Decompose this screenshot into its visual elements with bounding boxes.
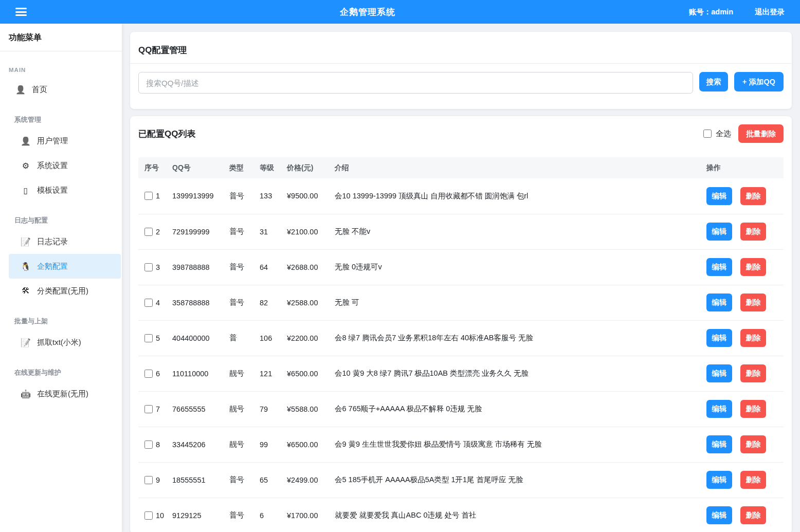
edit-button[interactable]: 编辑 — [706, 223, 732, 241]
delete-button[interactable]: 删除 — [740, 329, 766, 347]
row-checkbox[interactable] — [144, 192, 153, 200]
table-row: 5404400000普106¥2200.00会8 绿7 腾讯会员7 业务累积18… — [138, 320, 784, 356]
type-cell: 普号 — [229, 249, 260, 285]
level-cell: 133 — [260, 178, 287, 214]
qq-list-card: 已配置QQ列表 全选 批量删除 序号 QQ号 类型 等级 价格(元) — [130, 116, 792, 532]
price-cell: ¥2588.00 — [287, 285, 335, 320]
type-cell: 普号 — [229, 214, 260, 249]
price-cell: ¥6500.00 — [287, 356, 335, 391]
add-qq-button[interactable]: + 添加QQ — [734, 72, 784, 91]
price-cell: ¥1700.00 — [287, 498, 335, 532]
level-cell: 64 — [260, 249, 287, 285]
page-title: QQ配置管理 — [138, 44, 784, 56]
sidebar-item-user-0-0[interactable]: 👤首页 — [9, 77, 121, 102]
sidebar-item-label: 模板设置 — [37, 186, 68, 195]
list-title: 已配置QQ列表 — [138, 128, 195, 140]
row-index: 2 — [156, 228, 160, 236]
table-row: 2729199999普号31¥2100.00无脸 不能v编辑删除 — [138, 214, 784, 249]
edit-button[interactable]: 编辑 — [706, 364, 732, 382]
price-cell: ¥9500.00 — [287, 178, 335, 214]
row-checkbox[interactable] — [144, 263, 153, 271]
memo-icon: 📝 — [21, 338, 31, 347]
sidebar-item-label: 企鹅配置 — [37, 262, 68, 271]
delete-button[interactable]: 删除 — [740, 364, 766, 382]
type-cell: 靓号 — [229, 356, 260, 391]
row-checkbox[interactable] — [144, 299, 153, 307]
row-index: 5 — [156, 334, 160, 342]
type-cell: 普号 — [229, 285, 260, 320]
sidebar-item-memo-2-0[interactable]: 📝日志记录 — [9, 229, 121, 254]
divider — [130, 63, 792, 64]
sidebar-item-label: 用户管理 — [37, 136, 68, 146]
edit-button[interactable]: 编辑 — [706, 506, 732, 524]
row-checkbox[interactable] — [144, 511, 153, 520]
delete-button[interactable]: 删除 — [740, 435, 766, 453]
sidebar-item-robot-4-0[interactable]: 🤖在线更新(无用) — [9, 381, 121, 406]
level-cell: 79 — [260, 391, 287, 427]
edit-button[interactable]: 编辑 — [706, 329, 732, 347]
edit-button[interactable]: 编辑 — [706, 187, 732, 205]
type-cell: 靓号 — [229, 391, 260, 427]
sidebar-item-penguin-2-1[interactable]: 🐧企鹅配置 — [9, 254, 121, 279]
select-all-checkbox[interactable] — [703, 130, 712, 138]
row-checkbox[interactable] — [144, 476, 153, 484]
row-checkbox[interactable] — [144, 441, 153, 449]
batch-delete-button[interactable]: 批量删除 — [738, 124, 784, 143]
qq-cell: 76655555 — [172, 391, 229, 427]
delete-button[interactable]: 删除 — [740, 471, 766, 489]
level-cell: 121 — [260, 356, 287, 391]
row-checkbox[interactable] — [144, 370, 153, 378]
row-index: 9 — [156, 476, 160, 484]
qq-cell: 398788888 — [172, 249, 229, 285]
edit-button[interactable]: 编辑 — [706, 258, 732, 276]
delete-button[interactable]: 删除 — [740, 258, 766, 276]
sidebar: 功能菜单 MAIN👤首页系统管理👤用户管理⚙系统设置▯模板设置日志与配置📝日志记… — [0, 24, 122, 532]
delete-button[interactable]: 删除 — [740, 293, 766, 311]
delete-button[interactable]: 删除 — [740, 187, 766, 205]
sidebar-section-label: MAIN — [9, 67, 122, 73]
menu-toggle-icon[interactable] — [15, 8, 27, 16]
sidebar-item-user-1-0[interactable]: 👤用户管理 — [9, 129, 121, 153]
edit-button[interactable]: 编辑 — [706, 435, 732, 453]
sidebar-section-label: 批量与上架 — [14, 317, 122, 326]
logout-link[interactable]: 退出登录 — [755, 7, 785, 17]
user-icon: 👤 — [15, 85, 26, 95]
sidebar-section-label: 在线更新与维护 — [14, 368, 122, 377]
delete-button[interactable]: 删除 — [740, 400, 766, 418]
sidebar-item-tools-2-2[interactable]: 🛠分类配置(无用) — [9, 279, 121, 303]
qq-cell: 404400000 — [172, 320, 229, 356]
sidebar-item-template-1-2[interactable]: ▯模板设置 — [9, 178, 121, 203]
sidebar-item-memo-3-0[interactable]: 📝抓取txt(小米) — [9, 330, 121, 355]
qq-cell: 9129125 — [172, 498, 229, 532]
row-index: 3 — [156, 263, 160, 271]
sidebar-item-label: 首页 — [32, 85, 47, 95]
delete-button[interactable]: 删除 — [740, 506, 766, 524]
col-price: 价格(元) — [287, 157, 335, 178]
row-index: 6 — [156, 370, 160, 378]
sidebar-item-gear-1-1[interactable]: ⚙系统设置 — [9, 153, 121, 178]
select-all-label: 全选 — [716, 129, 731, 139]
price-cell: ¥6500.00 — [287, 427, 335, 462]
level-cell: 99 — [260, 427, 287, 462]
sidebar-item-label: 日志记录 — [37, 237, 68, 247]
row-checkbox[interactable] — [144, 334, 153, 342]
desc-cell: 无脸 可 — [335, 285, 706, 320]
row-checkbox[interactable] — [144, 228, 153, 236]
sidebar-item-label: 分类配置(无用) — [37, 286, 88, 296]
delete-button[interactable]: 删除 — [740, 223, 766, 241]
edit-button[interactable]: 编辑 — [706, 471, 732, 489]
row-checkbox[interactable] — [144, 405, 153, 413]
price-cell: ¥2499.00 — [287, 462, 335, 498]
tools-icon: 🛠 — [21, 286, 31, 296]
price-cell: ¥2100.00 — [287, 214, 335, 249]
edit-button[interactable]: 编辑 — [706, 293, 732, 311]
search-input[interactable] — [138, 72, 693, 94]
sidebar-title: 功能菜单 — [0, 24, 122, 51]
select-all[interactable]: 全选 — [703, 129, 731, 139]
search-button[interactable]: 搜索 — [699, 72, 728, 91]
qq-cell: 729199999 — [172, 214, 229, 249]
row-index: 10 — [156, 511, 164, 520]
desc-cell: 无脸 不能v — [335, 214, 706, 249]
sidebar-item-label: 抓取txt(小米) — [37, 338, 81, 347]
edit-button[interactable]: 编辑 — [706, 400, 732, 418]
